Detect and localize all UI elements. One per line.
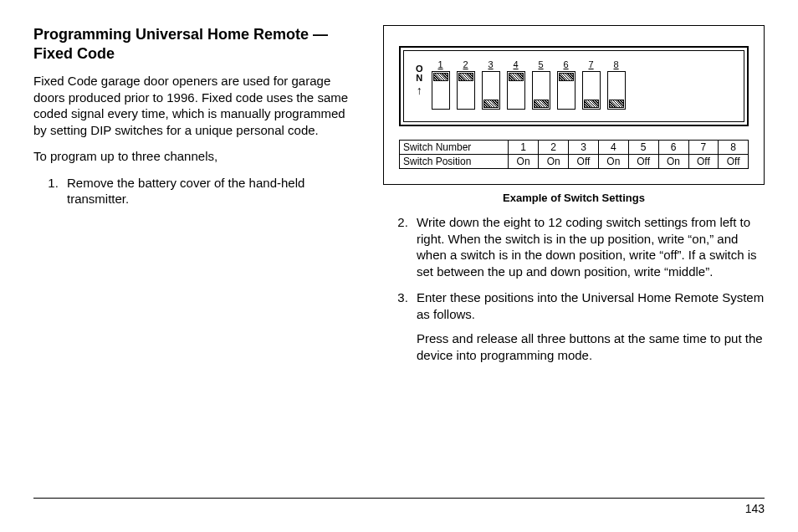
- dip-switch-number: 8: [614, 59, 619, 69]
- section-heading: Programming Universal Home Remote — Fixe…: [33, 25, 360, 63]
- switch-number-header: Switch Number: [400, 141, 509, 155]
- up-arrow-icon: ↑: [417, 84, 422, 96]
- dip-switch-5: 5: [532, 59, 550, 110]
- dip-switch-4: 4: [507, 59, 525, 110]
- dip-switch-number: 2: [463, 59, 468, 69]
- dip-switch-row: 12345678: [432, 59, 626, 110]
- dip-switch-slot: [432, 71, 450, 110]
- table-row: Switch Position OnOnOffOnOffOnOffOff: [400, 155, 749, 169]
- intro-paragraph-2: To program up to three channels,: [33, 148, 360, 165]
- dip-switch-slot: [507, 71, 525, 110]
- left-column: Programming Universal Home Remote — Fixe…: [33, 25, 360, 373]
- figure-caption: Example of Switch Settings: [383, 192, 765, 204]
- page-number: 143: [745, 502, 765, 515]
- dip-switch-inner: O N ↑ 12345678: [403, 50, 744, 122]
- dip-switch-slider: [584, 100, 599, 108]
- dip-switch-slot: [482, 71, 500, 110]
- right-column: O N ↑ 12345678 Switch Number 12345678 Sw…: [383, 25, 765, 373]
- dip-switch-number: 4: [514, 59, 519, 69]
- switch-position-header: Switch Position: [400, 155, 509, 169]
- dip-switch-number: 6: [564, 59, 569, 69]
- dip-switch-slot: [607, 71, 626, 110]
- dip-switch-3: 3: [482, 59, 500, 110]
- step-1: Remove the battery cover of the hand-hel…: [62, 175, 360, 207]
- dip-switch-panel: O N ↑ 12345678: [399, 46, 749, 126]
- dip-switch-2: 2: [457, 59, 475, 110]
- dip-switch-figure: O N ↑ 12345678 Switch Number 12345678 Sw…: [383, 25, 765, 185]
- intro-paragraph-1: Fixed Code garage door openers are used …: [33, 73, 360, 138]
- dip-switch-slider: [509, 73, 524, 81]
- step-list-left: Remove the battery cover of the hand-hel…: [62, 175, 360, 207]
- dip-switch-slot: [457, 71, 475, 110]
- dip-switch-slider: [483, 100, 499, 108]
- dip-switch-number: 5: [539, 59, 544, 69]
- switch-position-table: Switch Number 12345678 Switch Position O…: [399, 140, 749, 169]
- dip-switch-slot: [532, 71, 550, 110]
- dip-switch-slider: [433, 73, 448, 81]
- step-3: Enter these positions into the Universal…: [412, 289, 765, 363]
- step-list-right: Write down the eight to 12 coding switch…: [412, 214, 765, 363]
- step-2: Write down the eight to 12 coding switch…: [412, 214, 765, 279]
- dip-switch-slider: [534, 100, 549, 108]
- dip-switch-slot: [557, 71, 575, 110]
- page-footer: 143: [33, 498, 765, 515]
- dip-switch-slider: [458, 73, 473, 81]
- dip-switch-slider: [559, 73, 574, 81]
- step-3-sub: Press and release all three buttons at t…: [417, 330, 765, 363]
- page-content: Programming Universal Home Remote — Fixe…: [33, 25, 765, 373]
- dip-switch-number: 7: [589, 59, 594, 69]
- dip-switch-6: 6: [557, 59, 575, 110]
- dip-switch-number: 3: [489, 59, 494, 69]
- dip-switch-8: 8: [607, 59, 626, 110]
- dip-switch-slider: [609, 100, 624, 108]
- dip-switch-1: 1: [432, 59, 450, 110]
- table-row: Switch Number 12345678: [400, 141, 749, 155]
- on-direction-label: O N ↑: [416, 64, 423, 96]
- dip-switch-number: 1: [438, 59, 443, 69]
- dip-switch-7: 7: [582, 59, 601, 110]
- dip-switch-slot: [582, 71, 601, 110]
